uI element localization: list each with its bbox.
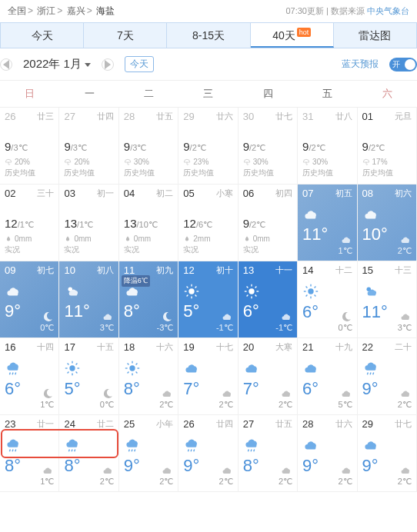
temp-range: 9/2℃ [243,140,292,153]
lunar-label: 小寒 [216,188,233,199]
day-cell[interactable]: 21十九6°5℃ [298,338,357,415]
day-cell[interactable]: 06初四9/2℃0mm实况 [239,185,298,261]
day-cell[interactable]: 15十三11°3℃ [358,261,417,338]
day-cell[interactable]: 02三十12/1℃0mm实况 [0,185,59,261]
day-cell[interactable]: 11初九降温6℃8°-3℃ [119,261,178,338]
day-cell[interactable]: 20大寒7°2℃ [239,338,298,415]
day-weather-icon [183,360,232,378]
lunar-label: 二十 [395,341,412,353]
day-cell[interactable]: 18十六8°2℃ [119,338,178,415]
day-cell[interactable]: 16十四6°1℃ [0,338,59,415]
day-cell[interactable]: 25小年9°2℃ [119,415,178,492]
night-block: 2℃ [279,464,292,487]
tab-8-15day[interactable]: 8-15天 [167,23,250,48]
lunar-label: 十九 [335,341,352,353]
today-button[interactable]: 今天 [125,56,154,72]
temp-range: 12/1℃ [5,217,54,230]
day-cell[interactable]: 05小寒12/6℃2mm实况 [178,185,238,261]
day-number: 11 [124,264,135,276]
day-weather-icon [5,360,54,378]
low-temp: 2℃ [338,477,352,486]
day-cell[interactable]: 27廿四9/3℃20%历史均值 [59,108,118,185]
history-label: 实况 [243,244,292,255]
day-cell[interactable]: 30廿七9/2℃30%历史均值 [239,108,298,185]
lunar-label: 初五 [335,188,352,199]
history-label: 实况 [124,244,173,255]
day-cell[interactable]: 26廿三9/3℃20%历史均值 [0,108,59,185]
day-weather-icon [5,437,54,455]
day-weather-icon [302,360,352,378]
day-cell[interactable]: 29廿六9/2℃23%历史均值 [178,108,238,185]
day-number: 15 [362,264,373,276]
caret-down-icon [85,63,91,67]
day-weather-icon [124,360,173,378]
day-cell[interactable]: 12初十5°-1℃ [178,261,238,338]
day-cell[interactable]: 01元旦9/2℃17%历史均值 [358,108,417,185]
day-number: 13 [243,264,254,276]
day-cell[interactable]: 03初一13/1℃0mm实况 [59,185,118,261]
day-cell[interactable]: 29廿七9°2℃ [358,415,417,492]
tab-radar[interactable]: 雷达图 [334,23,416,48]
weekday-wed: 三 [178,81,238,107]
day-number: 07 [302,188,313,199]
day-cell[interactable]: 10初八11°3℃ [59,261,118,338]
night-block: 1℃ [40,387,54,410]
night-block: 1℃ [338,234,352,256]
day-weather-icon [64,437,113,455]
temp-range: 9/2℃ [302,140,352,153]
day-cell[interactable]: 22二十9°2℃ [358,338,417,415]
next-month-button[interactable] [102,58,114,71]
day-cell[interactable]: 08初六10°2℃ [358,185,417,261]
day-cell[interactable]: 14十二6°0℃ [298,261,357,338]
day-cell[interactable]: 26廿四9°2℃ [178,415,238,492]
precip-row: 30% [124,158,173,166]
precip-row: 0mm [124,234,173,243]
day-cell[interactable]: 09初七9°0℃ [0,261,59,338]
crumb-dist[interactable]: 海盐 [96,5,115,16]
lunar-label: 廿一 [37,418,54,430]
day-cell[interactable]: 23廿一8°1℃ [0,415,59,492]
day-cell[interactable]: 27廿五8°2℃ [239,415,298,492]
prev-month-button[interactable] [0,58,12,71]
day-cell[interactable]: 07初五11°1℃ [298,185,357,261]
day-cell[interactable]: 04初二13/10℃0mm实况 [119,185,178,261]
source-link[interactable]: 中央气象台 [367,6,409,15]
day-cell[interactable]: 17十五5°0℃ [59,338,118,415]
history-label: 实况 [64,244,113,255]
day-number: 01 [362,111,373,122]
lunar-label: 十五 [97,341,114,353]
day-number: 16 [5,341,15,353]
month-selector[interactable]: 2022年 1月 [23,57,91,71]
day-cell[interactable]: 31廿八9/2℃30%历史均值 [298,108,357,185]
crumb-root[interactable]: 全国 [8,5,26,16]
crumb-prov[interactable]: 浙江 [37,5,55,16]
temp-range: 9/2℃ [183,140,232,153]
precip-row: 20% [5,158,54,166]
day-number: 28 [302,418,313,430]
precip-row: 0mm [243,234,292,243]
day-number: 23 [5,418,15,430]
day-cell[interactable]: 13十一6°-1℃ [239,261,298,338]
bluesky-toggle[interactable]: 开 [389,58,417,71]
day-cell[interactable]: 28廿五9/3℃30%历史均值 [119,108,178,185]
crumb-city[interactable]: 嘉兴 [67,5,85,16]
tab-7day[interactable]: 7天 [84,23,167,48]
low-temp: 2℃ [398,477,412,486]
history-label: 历史均值 [5,168,54,178]
lunar-label: 廿二 [97,418,114,430]
weekday-header: 日 一 二 三 四 五 六 [0,80,417,108]
precip-row: 30% [243,158,292,166]
day-number: 06 [243,188,254,199]
day-cell[interactable]: 19十七7°2℃ [178,338,238,415]
history-label: 历史均值 [243,168,292,178]
night-block: 2℃ [159,387,173,410]
tab-today[interactable]: 今天 [1,23,84,48]
low-temp: 0℃ [100,400,114,409]
day-cell[interactable]: 28廿六9°2℃ [298,415,357,492]
day-number: 20 [243,341,254,353]
day-cell[interactable]: 24廿二8°2℃ [59,415,118,492]
low-temp: 1℃ [40,400,54,409]
low-temp: 2℃ [159,477,173,486]
precip-row: 17% [362,158,412,166]
tab-40day[interactable]: 40天hot [251,23,334,48]
